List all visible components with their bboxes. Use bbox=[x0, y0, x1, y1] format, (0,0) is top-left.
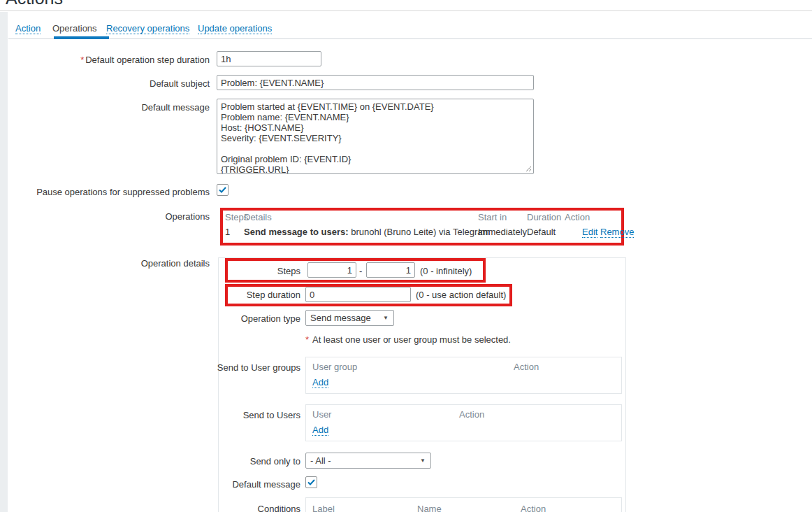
conditions-header-label: Label bbox=[312, 504, 335, 512]
default-step-duration-label: *Default operation step duration bbox=[0, 55, 210, 65]
default-step-duration-input[interactable] bbox=[217, 51, 321, 66]
operations-label: Operations bbox=[0, 211, 210, 222]
operation-details-rest: brunohl (Bruno Leite) via Telegram bbox=[349, 227, 491, 237]
users-header-action: Action bbox=[459, 409, 484, 420]
send-to-user-groups-label: Send to User groups bbox=[91, 362, 300, 373]
operation-type-label: Operation type bbox=[91, 313, 300, 324]
conditions-header-name: Name bbox=[417, 504, 442, 512]
operation-duration: Default bbox=[527, 227, 556, 237]
conditions-box bbox=[305, 497, 622, 512]
operation-step-number: 1 bbox=[225, 227, 230, 237]
steps-from-input[interactable] bbox=[307, 262, 356, 278]
conditions-header-action: Action bbox=[521, 504, 546, 512]
send-only-to-select[interactable]: - All - ▼ bbox=[305, 453, 431, 469]
user-groups-header-user-group: User group bbox=[312, 362, 357, 372]
actions-config-page: Actions Action Operations Recovery opera… bbox=[0, 0, 812, 512]
conditions-label: Conditions bbox=[91, 504, 300, 512]
pause-suppressed-label: Pause operations for suppressed problems bbox=[0, 187, 210, 197]
operation-details-bold: Send message to users: bbox=[244, 227, 349, 237]
textarea-resize-handle-icon[interactable] bbox=[525, 165, 532, 172]
steps-separator: - bbox=[359, 266, 362, 276]
operation-type-value: Send message bbox=[310, 313, 371, 323]
details-default-message-checkbox[interactable] bbox=[305, 476, 317, 488]
operations-header-start-in: Start in bbox=[478, 212, 507, 222]
checkmark-icon bbox=[219, 187, 226, 193]
operations-header-duration: Duration bbox=[527, 212, 561, 222]
user-groups-add-link[interactable]: Add bbox=[312, 377, 328, 388]
operations-header-details: Details bbox=[244, 212, 272, 222]
page-title: Actions bbox=[6, 0, 63, 8]
tab-bar: Action Operations Recovery operations Up… bbox=[8, 17, 812, 39]
default-message-textarea[interactable]: Problem started at {EVENT.TIME} on {EVEN… bbox=[217, 99, 534, 174]
send-to-users-label: Send to Users bbox=[91, 410, 300, 420]
step-duration-hint: (0 - use action default) bbox=[416, 290, 506, 300]
default-message-label: Default message bbox=[0, 102, 210, 113]
required-asterisk: * bbox=[80, 55, 84, 65]
details-default-message-label: Default message bbox=[91, 479, 300, 490]
operation-edit-link[interactable]: Edit bbox=[582, 227, 597, 238]
steps-hint: (0 - infinitely) bbox=[420, 266, 472, 276]
required-note: * At least one user or user group must b… bbox=[305, 334, 511, 345]
user-groups-header-action: Action bbox=[514, 362, 539, 372]
pause-suppressed-checkbox[interactable] bbox=[217, 184, 229, 196]
steps-to-input[interactable] bbox=[366, 262, 415, 278]
step-duration-input[interactable] bbox=[305, 287, 411, 302]
send-only-to-value: - All - bbox=[310, 455, 331, 466]
dropdown-arrow-icon: ▼ bbox=[420, 457, 426, 464]
title-divider bbox=[0, 10, 812, 11]
tab-action[interactable]: Action bbox=[15, 23, 41, 34]
checkmark-icon bbox=[307, 479, 315, 485]
operation-remove-link[interactable]: Remove bbox=[600, 227, 634, 238]
tab-update-operations[interactable]: Update operations bbox=[198, 23, 272, 34]
step-duration-label: Step duration bbox=[91, 290, 300, 300]
required-asterisk: * bbox=[305, 334, 309, 345]
operation-details-text: Send message to users: brunohl (Bruno Le… bbox=[244, 227, 490, 237]
operations-header-action: Action bbox=[565, 212, 590, 222]
default-subject-label: Default subject bbox=[0, 78, 210, 89]
default-subject-input[interactable] bbox=[217, 75, 534, 90]
tab-recovery-operations[interactable]: Recovery operations bbox=[106, 23, 189, 34]
send-only-to-label: Send only to bbox=[91, 456, 300, 467]
users-header-user: User bbox=[312, 409, 331, 420]
operation-start-in: Immediately bbox=[478, 227, 527, 237]
tab-operations[interactable]: Operations bbox=[52, 23, 97, 34]
steps-label: Steps bbox=[91, 266, 300, 276]
active-tab-underline bbox=[54, 36, 109, 39]
dropdown-arrow-icon: ▼ bbox=[383, 315, 389, 321]
operation-type-select[interactable]: Send message ▼ bbox=[305, 310, 394, 326]
users-add-link[interactable]: Add bbox=[312, 425, 328, 436]
